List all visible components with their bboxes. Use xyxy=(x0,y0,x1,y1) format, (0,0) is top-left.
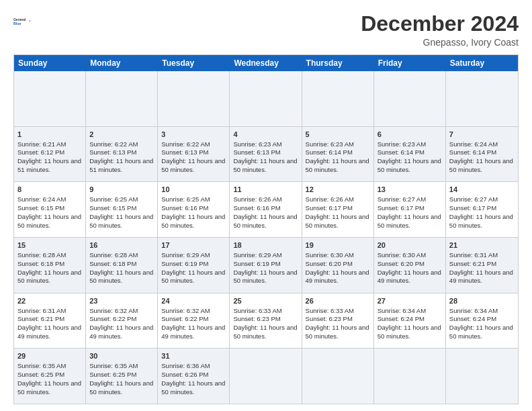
daylight: Daylight: 11 hours and 50 minutes. xyxy=(449,157,513,173)
day-number: 1 xyxy=(17,130,82,140)
empty-cell xyxy=(302,71,374,126)
sunset: Sunset: 6:15 PM xyxy=(17,204,64,212)
daylight: Daylight: 11 hours and 50 minutes. xyxy=(233,157,297,173)
day-number: 8 xyxy=(17,185,82,195)
day-number: 20 xyxy=(378,240,442,250)
daylight: Daylight: 11 hours and 50 minutes. xyxy=(17,269,81,285)
svg-text:General: General xyxy=(13,18,26,21)
weekday-thursday: Thursday xyxy=(302,55,374,71)
day-cell-27: 27Sunrise: 6:34 AMSunset: 6:24 PMDayligh… xyxy=(374,293,446,349)
daylight: Daylight: 11 hours and 49 minutes. xyxy=(161,324,225,340)
sunrise: Sunrise: 6:23 AM xyxy=(233,140,281,148)
weekday-sunday: Sunday xyxy=(14,55,86,71)
day-number: 11 xyxy=(233,185,298,195)
day-cell-12: 12Sunrise: 6:26 AMSunset: 6:17 PMDayligh… xyxy=(302,182,374,237)
sunset: Sunset: 6:20 PM xyxy=(378,260,425,267)
sunrise: Sunrise: 6:34 AM xyxy=(378,307,426,314)
day-cell-1: 1Sunrise: 6:21 AMSunset: 6:12 PMDaylight… xyxy=(14,127,86,182)
empty-cell xyxy=(374,349,446,404)
logo-icon: GeneralBlue xyxy=(13,12,32,31)
sunrise: Sunrise: 6:27 AM xyxy=(378,195,426,203)
sunrise: Sunrise: 6:35 AM xyxy=(17,362,66,369)
daylight: Daylight: 11 hours and 50 minutes. xyxy=(17,379,81,396)
day-number: 26 xyxy=(306,296,370,306)
logo: GeneralBlue xyxy=(13,12,32,31)
day-number: 17 xyxy=(161,240,226,250)
daylight: Daylight: 11 hours and 50 minutes. xyxy=(449,324,513,340)
daylight: Daylight: 11 hours and 50 minutes. xyxy=(233,213,297,229)
day-number: 22 xyxy=(17,296,82,306)
day-number: 7 xyxy=(449,130,515,140)
weekday-friday: Friday xyxy=(374,55,446,71)
day-number: 15 xyxy=(17,240,82,250)
empty-cell xyxy=(158,71,230,126)
sunrise: Sunrise: 6:28 AM xyxy=(17,251,66,259)
sunrise: Sunrise: 6:33 AM xyxy=(233,307,281,314)
month-title: December 2024 xyxy=(361,12,519,36)
daylight: Daylight: 11 hours and 50 minutes. xyxy=(89,213,153,229)
day-number: 9 xyxy=(89,185,154,195)
daylight: Daylight: 11 hours and 49 minutes. xyxy=(449,269,513,285)
sunset: Sunset: 6:12 PM xyxy=(17,148,64,156)
weekday-wednesday: Wednesday xyxy=(230,55,302,71)
daylight: Daylight: 11 hours and 50 minutes. xyxy=(306,324,369,340)
day-cell-22: 22Sunrise: 6:31 AMSunset: 6:21 PMDayligh… xyxy=(14,293,86,349)
empty-cell xyxy=(374,71,446,126)
day-cell-15: 15Sunrise: 6:28 AMSunset: 6:18 PMDayligh… xyxy=(14,238,86,293)
sunset: Sunset: 6:14 PM xyxy=(449,148,496,156)
sunset: Sunset: 6:20 PM xyxy=(306,260,353,267)
calendar-week-5: 22Sunrise: 6:31 AMSunset: 6:21 PMDayligh… xyxy=(14,293,518,349)
sunrise: Sunrise: 6:35 AM xyxy=(89,362,138,369)
day-cell-6: 6Sunrise: 6:23 AMSunset: 6:14 PMDaylight… xyxy=(374,127,446,182)
sunrise: Sunrise: 6:29 AM xyxy=(233,251,281,259)
sunset: Sunset: 6:21 PM xyxy=(17,315,64,322)
day-cell-28: 28Sunrise: 6:34 AMSunset: 6:24 PMDayligh… xyxy=(446,293,518,349)
sunset: Sunset: 6:13 PM xyxy=(89,148,136,156)
sunset: Sunset: 6:21 PM xyxy=(449,260,496,267)
sunrise: Sunrise: 6:25 AM xyxy=(89,195,138,203)
day-cell-26: 26Sunrise: 6:33 AMSunset: 6:23 PMDayligh… xyxy=(302,293,374,349)
sunset: Sunset: 6:24 PM xyxy=(449,315,496,322)
daylight: Daylight: 11 hours and 50 minutes. xyxy=(233,324,297,340)
title-block: December 2024 Gnepasso, Ivory Coast xyxy=(361,12,519,48)
sunrise: Sunrise: 6:30 AM xyxy=(378,251,426,259)
sunrise: Sunrise: 6:33 AM xyxy=(306,307,354,314)
day-number: 23 xyxy=(89,296,154,306)
day-cell-17: 17Sunrise: 6:29 AMSunset: 6:19 PMDayligh… xyxy=(158,238,230,293)
empty-cell xyxy=(86,71,158,126)
day-cell-10: 10Sunrise: 6:25 AMSunset: 6:16 PMDayligh… xyxy=(158,182,230,237)
empty-cell xyxy=(302,349,374,404)
sunrise: Sunrise: 6:22 AM xyxy=(89,140,138,148)
daylight: Daylight: 11 hours and 50 minutes. xyxy=(161,379,225,396)
sunset: Sunset: 6:17 PM xyxy=(306,204,353,212)
sunrise: Sunrise: 6:32 AM xyxy=(161,307,210,314)
day-number: 16 xyxy=(89,240,154,250)
sunset: Sunset: 6:25 PM xyxy=(17,371,64,378)
day-cell-14: 14Sunrise: 6:27 AMSunset: 6:17 PMDayligh… xyxy=(446,182,518,237)
daylight: Daylight: 11 hours and 51 minutes. xyxy=(89,157,153,173)
day-cell-19: 19Sunrise: 6:30 AMSunset: 6:20 PMDayligh… xyxy=(302,238,374,293)
sunset: Sunset: 6:19 PM xyxy=(161,260,208,267)
sunrise: Sunrise: 6:34 AM xyxy=(449,307,498,314)
calendar-week-1 xyxy=(14,71,518,127)
sunrise: Sunrise: 6:24 AM xyxy=(17,195,66,203)
day-number: 27 xyxy=(378,296,442,306)
day-number: 21 xyxy=(449,240,515,250)
day-cell-5: 5Sunrise: 6:23 AMSunset: 6:14 PMDaylight… xyxy=(302,127,374,182)
day-number: 2 xyxy=(89,130,154,140)
sunset: Sunset: 6:14 PM xyxy=(306,148,353,156)
sunset: Sunset: 6:17 PM xyxy=(378,204,425,212)
daylight: Daylight: 11 hours and 50 minutes. xyxy=(89,269,153,285)
sunset: Sunset: 6:14 PM xyxy=(378,148,425,156)
sunset: Sunset: 6:15 PM xyxy=(89,204,136,212)
svg-text:Blue: Blue xyxy=(13,21,21,26)
day-number: 19 xyxy=(306,240,370,250)
sunrise: Sunrise: 6:28 AM xyxy=(89,251,138,259)
calendar-week-6: 29Sunrise: 6:35 AMSunset: 6:25 PMDayligh… xyxy=(14,349,518,404)
day-cell-16: 16Sunrise: 6:28 AMSunset: 6:18 PMDayligh… xyxy=(86,238,158,293)
empty-cell xyxy=(14,71,86,126)
daylight: Daylight: 11 hours and 50 minutes. xyxy=(17,213,81,229)
sunset: Sunset: 6:22 PM xyxy=(89,315,136,322)
daylight: Daylight: 11 hours and 49 minutes. xyxy=(378,269,441,285)
location: Gnepasso, Ivory Coast xyxy=(361,37,519,48)
